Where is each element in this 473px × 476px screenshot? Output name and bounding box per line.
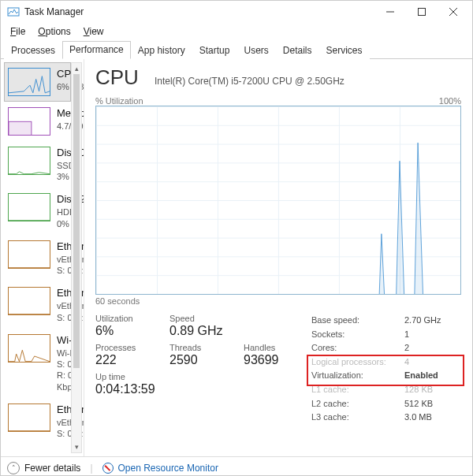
stat-value-handles: 93699	[244, 353, 299, 367]
app-icon	[7, 6, 20, 18]
tab-startup[interactable]: Startup	[192, 42, 237, 59]
svg-marker-10	[96, 143, 460, 295]
sidebar-item-ethernet-2[interactable]: Ethernet vEthernet (Wi-Fi) S: 0 R: 0 Kbp…	[4, 281, 71, 328]
scroll-up-icon[interactable]: ▴	[72, 63, 81, 74]
network-thumb-icon	[8, 403, 50, 432]
svg-rect-2	[419, 9, 426, 16]
chart-label-left: % Utilization	[95, 96, 143, 106]
scroll-down-icon[interactable]: ▾	[72, 441, 81, 452]
cpu-utilization-chart[interactable]	[95, 106, 461, 295]
content: CPU 6% 0.89 GHz Memory 4.7/7.9 GB (59%)	[1, 59, 472, 456]
sidebar-item-ethernet-1[interactable]: Ethernet vEthernet (Default ... S: 0 R: …	[4, 235, 71, 281]
maximize-button[interactable]	[406, 1, 438, 23]
sidebar-item-disk2[interactable]: Disk 2 (E:) HDD 0%	[4, 188, 71, 234]
tab-processes[interactable]: Processes	[4, 42, 62, 59]
disk-thumb-icon	[8, 193, 50, 221]
resource-monitor-icon[interactable]	[102, 463, 114, 474]
chart-label-right: 100%	[439, 96, 461, 106]
kv-key: Cores:	[311, 341, 404, 355]
sidebar-item-ethernet-3[interactable]: Ethernet vEthernet (Ethernet) S: 0 R: 0 …	[4, 398, 71, 444]
footer: ˄ Fewer details | Open Resource Monitor	[1, 456, 472, 476]
stats-left: Utilization 6% Speed 0.89 GHz Processes …	[95, 314, 299, 425]
kv-key: L2 cache:	[311, 397, 404, 411]
stat-label: Threads	[169, 343, 225, 352]
network-thumb-icon	[8, 287, 50, 315]
main-panel: CPU Intel(R) Core(TM) i5-7200U CPU @ 2.5…	[84, 59, 472, 456]
menu-options[interactable]: Options	[33, 24, 75, 39]
stats-right: Base speed:2.70 GHz Sockets:1 Cores:2 Lo…	[311, 314, 461, 425]
sidebar-item-disk0[interactable]: Disk 0 (C: D:) SSD 3%	[4, 141, 71, 188]
fewer-details-link[interactable]: Fewer details	[24, 463, 80, 474]
sidebar: CPU 6% 0.89 GHz Memory 4.7/7.9 GB (59%)	[1, 59, 84, 456]
minimize-button[interactable]	[374, 1, 406, 23]
disk-thumb-icon	[8, 147, 50, 175]
stat-label: Processes	[95, 343, 151, 352]
sidebar-item-wifi[interactable]: Wi-Fi Wi-Fi S: 0 R: 0 Kbps	[4, 329, 71, 398]
scrollbar-thumb[interactable]	[73, 74, 80, 368]
cpu-thumb-icon	[8, 68, 50, 96]
divider: |	[90, 463, 92, 474]
tab-users[interactable]: Users	[236, 42, 275, 59]
sidebar-scrollbar[interactable]: ▴ ▾	[71, 62, 82, 453]
kv-key: Sockets:	[311, 328, 404, 342]
svg-rect-5	[9, 121, 32, 135]
network-thumb-icon	[8, 240, 50, 269]
menubar: File Options View	[1, 23, 472, 42]
wifi-thumb-icon	[8, 334, 50, 363]
kv-value: 2	[404, 341, 461, 355]
stat-label: Utilization	[95, 314, 151, 323]
stat-label: Handles	[244, 343, 299, 352]
chart-x-label: 60 seconds	[95, 296, 461, 306]
window-title: Task Manager	[24, 6, 374, 17]
kv-value: 512 KB	[404, 397, 461, 411]
menu-file[interactable]: File	[6, 24, 30, 39]
stat-value-speed: 0.89 GHz	[169, 324, 225, 338]
kv-key: Base speed:	[311, 314, 404, 328]
cpu-description: Intel(R) Core(TM) i5-7200U CPU @ 2.50GHz	[155, 76, 345, 87]
close-button[interactable]	[438, 1, 469, 23]
stat-value-uptime: 0:04:13:59	[95, 382, 299, 396]
stat-value-processes: 222	[95, 353, 151, 367]
stat-value-threads: 2590	[169, 353, 225, 367]
stat-label: Speed	[169, 314, 225, 323]
kv-value: 2.70 GHz	[404, 314, 461, 328]
tabstrip: Processes Performance App history Startu…	[1, 42, 472, 59]
memory-thumb-icon	[8, 107, 50, 136]
stat-label: Up time	[95, 372, 299, 381]
sidebar-item-cpu[interactable]: CPU 6% 0.89 GHz	[4, 62, 71, 102]
kv-value: 1	[404, 328, 461, 342]
chevron-up-icon[interactable]: ˄	[7, 462, 20, 474]
tab-performance[interactable]: Performance	[62, 41, 131, 59]
stat-value-utilization: 6%	[95, 324, 151, 338]
menu-view[interactable]: View	[79, 24, 109, 39]
highlight-box	[307, 355, 464, 386]
page-title: CPU	[95, 65, 139, 90]
tab-details[interactable]: Details	[276, 42, 319, 59]
titlebar: Task Manager	[1, 1, 472, 23]
kv-value: 3.0 MB	[404, 411, 461, 425]
tab-services[interactable]: Services	[319, 42, 370, 59]
sidebar-item-memory[interactable]: Memory 4.7/7.9 GB (59%)	[4, 102, 71, 141]
open-resource-monitor-link[interactable]: Open Resource Monitor	[118, 463, 218, 474]
kv-key: L3 cache:	[311, 411, 404, 425]
tab-app-history[interactable]: App history	[131, 42, 192, 59]
